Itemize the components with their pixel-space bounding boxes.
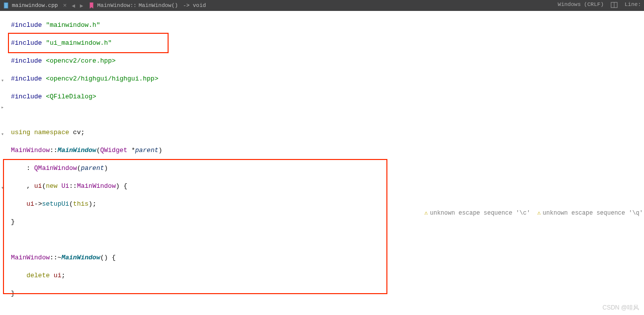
- cpp-file-icon: [3, 2, 10, 9]
- close-tab-icon[interactable]: ×: [63, 2, 67, 9]
- fold-marker-icon[interactable]: ▾: [1, 130, 4, 139]
- encoding-label[interactable]: Windows (CRLF): [558, 1, 604, 10]
- watermark: CSDN @哇风: [602, 304, 639, 312]
- file-tab-label: mainwindow.cpp: [12, 2, 58, 8]
- fold-marker-icon[interactable]: ▾: [1, 184, 4, 193]
- breadcrumb-class: MainWindow::: [97, 2, 136, 8]
- svg-rect-1: [4, 3, 8, 8]
- warning-item[interactable]: ⚠ unknown escape sequence '\c': [424, 209, 530, 218]
- warning-item[interactable]: ⚠ unknown escape sequence '\q': [537, 209, 643, 218]
- breadcrumb[interactable]: MainWindow::MainWindow() -> void: [88, 2, 206, 9]
- code-editor[interactable]: #include "mainwindow.h" #include "ui_mai…: [0, 11, 644, 315]
- fold-marker-icon[interactable]: ▾: [1, 77, 4, 85]
- fold-marker-icon[interactable]: ▸: [1, 103, 4, 112]
- inline-warnings: ⚠ unknown escape sequence '\c' ⚠ unknown…: [424, 209, 643, 218]
- file-tab[interactable]: mainwindow.cpp: [3, 2, 58, 9]
- breadcrumb-func: MainWindow(): [139, 2, 178, 8]
- warning-icon: ⚠: [537, 209, 541, 218]
- fold-gutter: ▾ ▸ ▾ ▾: [1, 12, 8, 66]
- warning-text: unknown escape sequence '\c': [430, 209, 530, 218]
- breadcrumb-ret: -> void: [183, 2, 206, 8]
- line-label[interactable]: Line:: [625, 1, 641, 10]
- chevron-right-icon[interactable]: ▶: [80, 2, 84, 9]
- editor-tab-bar: mainwindow.cpp × ◀ ▶ MainWindow::MainWin…: [0, 0, 644, 11]
- chevron-left-icon[interactable]: ◀: [72, 2, 75, 9]
- warning-icon: ⚠: [424, 209, 428, 218]
- bookmark-icon: [88, 2, 95, 9]
- split-icon[interactable]: [611, 1, 618, 10]
- warning-text: unknown escape sequence '\q': [543, 209, 643, 218]
